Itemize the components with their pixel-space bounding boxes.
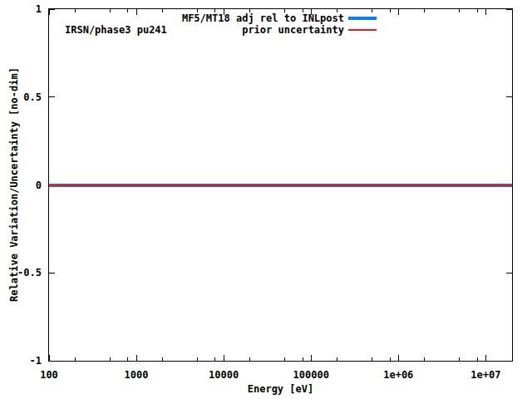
x-minor-tick-mirror	[110, 9, 111, 12]
x-minor-tick	[424, 357, 425, 361]
x-tick-label: 100000	[293, 369, 329, 381]
x-tick-label: 10000	[209, 369, 239, 381]
y-major-tick-mirror	[506, 9, 512, 10]
x-minor-tick	[214, 357, 215, 361]
y-major-tick-mirror	[506, 361, 512, 362]
x-minor-tick	[337, 357, 337, 361]
x-minor-tick-mirror	[459, 9, 460, 12]
x-minor-tick-mirror	[337, 9, 337, 12]
x-minor-tick-mirror	[372, 9, 372, 12]
x-minor-tick-mirror	[127, 9, 128, 12]
y-major-tick	[49, 273, 55, 273]
x-minor-tick-mirror	[249, 9, 250, 12]
y-major-tick	[49, 361, 55, 362]
x-minor-tick-mirror	[284, 9, 285, 12]
x-minor-tick-mirror	[477, 9, 478, 12]
x-minor-tick	[197, 357, 198, 361]
x-tick-label: 1e+06	[383, 369, 413, 381]
x-minor-tick	[249, 357, 250, 361]
x-minor-tick	[477, 357, 478, 361]
y-major-tick	[49, 9, 55, 10]
x-tick-label: 100	[40, 369, 58, 381]
x-tick-label: 1e+07	[470, 369, 500, 381]
y-tick-label: 0	[0, 180, 42, 191]
x-minor-tick	[459, 357, 460, 361]
x-minor-tick-mirror	[197, 9, 198, 12]
x-minor-tick	[75, 357, 76, 361]
x-axis-title: Energy [eV]	[48, 383, 513, 395]
x-minor-tick	[127, 357, 128, 361]
x-minor-tick	[284, 357, 285, 361]
legend-entry-label: prior uncertainty	[242, 24, 344, 36]
series-line-1	[49, 185, 512, 186]
x-major-tick-mirror	[398, 9, 399, 15]
x-major-tick	[136, 355, 137, 361]
legend-line-sample	[348, 29, 377, 31]
x-major-tick	[485, 355, 486, 361]
legend-row: prior uncertainty	[182, 24, 377, 36]
x-minor-tick	[303, 357, 303, 361]
plot-area: MF5/MT18 adj rel to INLpostprior uncerta…	[48, 8, 513, 362]
legend-entry-label: MF5/MT18 adj rel to INLpost	[182, 12, 344, 24]
plot-annotation: IRSN/phase3 pu241	[65, 24, 167, 36]
x-minor-tick-mirror	[424, 9, 425, 12]
x-minor-tick-mirror	[390, 9, 391, 12]
x-major-tick	[224, 355, 224, 361]
x-minor-tick-mirror	[162, 9, 163, 12]
y-tick-label: -0.5	[0, 267, 42, 278]
x-major-tick-mirror	[224, 9, 224, 15]
x-major-tick-mirror	[485, 9, 486, 15]
y-tick-label: 0.5	[0, 91, 42, 103]
x-minor-tick	[110, 357, 111, 361]
legend-line-sample	[348, 17, 377, 20]
chart-canvas: Relative Variation/Uncertainty [no-dim] …	[0, 0, 532, 399]
y-major-tick-mirror	[506, 96, 512, 97]
x-minor-tick	[372, 357, 372, 361]
y-tick-label: -1	[0, 355, 42, 367]
x-minor-tick	[162, 357, 163, 361]
legend-row: MF5/MT18 adj rel to INLpost	[182, 12, 377, 24]
x-major-tick-mirror	[49, 9, 50, 15]
x-tick-label: 1000	[125, 369, 149, 381]
x-minor-tick-mirror	[214, 9, 215, 12]
x-minor-tick-mirror	[75, 9, 76, 12]
y-tick-label: 1	[0, 3, 42, 15]
x-major-tick	[398, 355, 399, 361]
x-major-tick	[311, 355, 312, 361]
y-major-tick-mirror	[506, 273, 512, 273]
legend: MF5/MT18 adj rel to INLpostprior uncerta…	[182, 12, 377, 36]
x-minor-tick-mirror	[303, 9, 303, 12]
y-major-tick	[49, 96, 55, 97]
x-minor-tick	[390, 357, 391, 361]
x-major-tick-mirror	[136, 9, 137, 15]
x-major-tick-mirror	[311, 9, 312, 15]
